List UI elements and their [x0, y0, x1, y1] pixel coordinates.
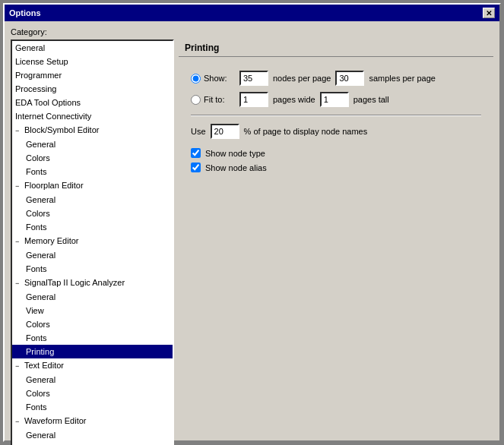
- tree-item-st-printing[interactable]: Printing: [12, 345, 173, 358]
- tree-item-we-general[interactable]: General: [12, 428, 173, 442]
- show-radio[interactable]: [191, 74, 201, 84]
- expander-memory: −: [15, 235, 24, 248]
- category-tree[interactable]: General License Setup Programmer Process…: [11, 39, 174, 445]
- tree-item-memory-editor[interactable]: −Memory Editor: [12, 234, 173, 248]
- use-row: Use % of page to display node names: [191, 124, 481, 139]
- tree-item-programmer[interactable]: Programmer: [12, 68, 173, 82]
- show-node-alias-checkbox[interactable]: [191, 163, 201, 172]
- tree-item-signaltap[interactable]: −SignalTap II Logic Analyzer: [12, 276, 173, 290]
- tree-item-bse-general[interactable]: General: [12, 137, 173, 151]
- dialog-title: Options: [9, 8, 41, 17]
- tree-item-eda-tool-options[interactable]: EDA Tool Options: [12, 96, 173, 109]
- nodes-per-page-label: nodes per page: [273, 74, 331, 83]
- show-radio-label[interactable]: Show:: [191, 74, 235, 84]
- pages-tall-input[interactable]: [320, 92, 349, 107]
- pages-tall-label: pages tall: [353, 95, 389, 104]
- tree-item-general[interactable]: General: [12, 41, 173, 55]
- pages-wide-input[interactable]: [239, 92, 268, 107]
- fit-to-radio[interactable]: [191, 95, 201, 105]
- use-label: Use: [191, 127, 206, 136]
- show-node-type-row: Show node type: [191, 148, 481, 158]
- tree-item-te-fonts[interactable]: Fonts: [12, 400, 173, 414]
- content-area: General License Setup Programmer Process…: [11, 39, 493, 445]
- fit-to-row: Fit to: pages wide pages tall: [191, 92, 481, 107]
- title-bar: Options ✕: [5, 5, 499, 21]
- tree-item-floorplan-editor[interactable]: −Floorplan Editor: [12, 178, 173, 193]
- right-panel: Printing Show: nodes per page samples pe…: [179, 39, 493, 445]
- expander-block-symbol: −: [15, 125, 24, 137]
- category-label: Category:: [11, 27, 493, 36]
- separator: [191, 115, 481, 116]
- options-dialog: Options ✕ Category: General License Setu…: [3, 3, 501, 442]
- show-node-type-label: Show node type: [205, 149, 265, 158]
- fit-to-radio-label[interactable]: Fit to:: [191, 95, 235, 105]
- tree-item-st-view[interactable]: View: [12, 304, 173, 317]
- tree-item-fpe-colors[interactable]: Colors: [12, 207, 173, 220]
- tree-item-processing[interactable]: Processing: [12, 82, 173, 96]
- tree-item-bse-fonts[interactable]: Fonts: [12, 165, 173, 178]
- show-node-type-checkbox[interactable]: [191, 148, 201, 158]
- show-row: Show: nodes per page samples per page: [191, 71, 481, 86]
- expander-waveform: −: [15, 415, 24, 428]
- tree-item-license-setup[interactable]: License Setup: [12, 55, 173, 68]
- tree-item-fpe-general[interactable]: General: [12, 193, 173, 207]
- tree-item-bse-colors[interactable]: Colors: [12, 151, 173, 165]
- nodes-per-page-input[interactable]: [239, 71, 268, 86]
- tree-item-te-colors[interactable]: Colors: [12, 387, 173, 400]
- tree-item-me-fonts[interactable]: Fonts: [12, 262, 173, 276]
- section-title: Printing: [179, 39, 493, 57]
- show-node-alias-row: Show node alias: [191, 163, 481, 172]
- samples-per-page-input[interactable]: [335, 71, 364, 86]
- use-suffix: % of page to display node names: [244, 127, 368, 136]
- tree-item-te-general[interactable]: General: [12, 373, 173, 387]
- expander-floorplan: −: [15, 180, 24, 192]
- use-value-input[interactable]: [211, 124, 239, 139]
- show-node-alias-label: Show node alias: [205, 163, 267, 172]
- tree-item-st-fonts[interactable]: Fonts: [12, 331, 173, 345]
- tree-item-internet-connectivity[interactable]: Internet Connectivity: [12, 109, 173, 123]
- tree-item-waveform-editor[interactable]: −Waveform Editor: [12, 414, 173, 428]
- expander-text-editor: −: [15, 360, 24, 372]
- expander-signaltap: −: [15, 277, 24, 289]
- tree-item-we-view[interactable]: View: [12, 442, 173, 445]
- printing-content: Show: nodes per page samples per page Fi…: [179, 65, 493, 445]
- tree-item-block-symbol-editor[interactable]: −Block/Symbol Editor: [12, 123, 173, 137]
- pages-wide-label: pages wide: [273, 95, 315, 104]
- samples-per-page-label: samples per page: [369, 74, 435, 83]
- tree-item-fpe-fonts[interactable]: Fonts: [12, 220, 173, 234]
- tree-item-text-editor[interactable]: −Text Editor: [12, 358, 173, 373]
- tree-item-st-general[interactable]: General: [12, 290, 173, 304]
- tree-item-st-colors[interactable]: Colors: [12, 317, 173, 331]
- dialog-body: Category: General License Setup Programm…: [5, 21, 499, 445]
- close-button[interactable]: ✕: [483, 8, 495, 18]
- tree-item-me-general[interactable]: General: [12, 248, 173, 262]
